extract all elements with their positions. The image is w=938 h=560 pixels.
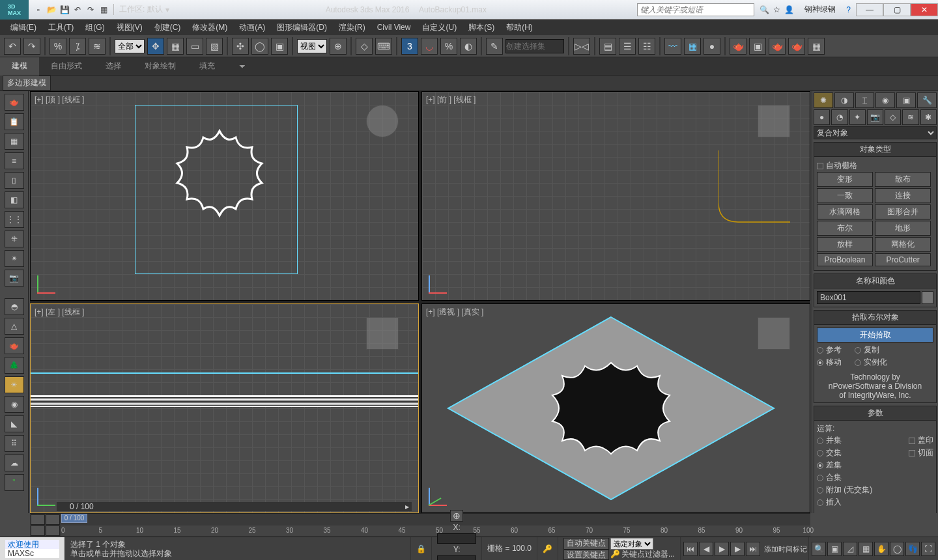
viewport-left[interactable]: [+] [左 ] [线框 ] 0 / 100 ▸ <box>30 303 419 513</box>
autokey-button[interactable]: 自动关键点 <box>563 538 609 550</box>
btn-terrain[interactable]: 地形 <box>875 221 931 236</box>
menu-anim[interactable]: 动画(A) <box>234 20 270 35</box>
menu-create[interactable]: 创建(C) <box>149 20 186 35</box>
lock-icon[interactable]: 🔒 <box>411 537 432 560</box>
lt-cloud-icon[interactable]: ☁ <box>5 455 24 471</box>
cp-display-icon[interactable]: ▣ <box>896 92 916 108</box>
comm-icon[interactable]: ☆ <box>773 5 780 14</box>
timeline[interactable]: 0 / 100 05101520253035404550556065707580… <box>61 514 810 537</box>
viewcube-icon[interactable] <box>758 105 790 137</box>
cp-hierarchy-icon[interactable]: ⌶ <box>855 92 875 108</box>
kbd-button[interactable]: ⌨ <box>375 38 392 55</box>
ribbon-toggle[interactable]: ⏷ <box>227 57 258 76</box>
keyfilter-button[interactable]: 关键点过滤器... <box>621 550 675 560</box>
undo-icon[interactable]: ↶ <box>72 4 83 16</box>
btn-blobmesh[interactable]: 水滴网格 <box>817 204 873 219</box>
addtime-label[interactable]: 添加时间标记 <box>764 544 807 553</box>
maxview-button[interactable]: ⛶ <box>921 542 935 556</box>
opt-inst[interactable]: 实例化 <box>855 356 887 369</box>
render-setup-button[interactable]: 🫖 <box>730 38 746 55</box>
op-merge[interactable]: 合集 <box>817 471 933 484</box>
btn-connect[interactable]: 连接 <box>875 188 931 203</box>
search-input[interactable] <box>637 3 754 16</box>
link-button[interactable]: % <box>50 38 66 55</box>
cpcat-shape-icon[interactable]: ◔ <box>831 109 847 125</box>
time-slider[interactable]: 0 / 100 <box>61 514 87 523</box>
menu-tools[interactable]: 工具(T) <box>43 20 79 35</box>
setkey-button[interactable]: 设置关键点 <box>563 550 609 560</box>
key-icon[interactable]: 🔑 <box>537 537 558 560</box>
render-iter-button[interactable]: 🫖 <box>788 38 805 55</box>
menu-modifiers[interactable]: 修改器(M) <box>187 20 233 35</box>
track-btn-4[interactable] <box>46 525 60 536</box>
op-imprint[interactable]: 盖印 <box>909 434 933 447</box>
lt-wall-icon[interactable]: ▯ <box>5 172 24 189</box>
menu-render[interactable]: 渲染(R) <box>334 20 371 35</box>
redo-button[interactable]: ↷ <box>23 38 40 55</box>
cp-motion-icon[interactable]: ◉ <box>875 92 895 108</box>
signin-icon[interactable]: 👤 <box>784 5 794 14</box>
close-button[interactable]: ✕ <box>911 3 938 16</box>
btn-shapemerge[interactable]: 图形合并 <box>875 204 931 219</box>
cpcat-cam-icon[interactable]: 📷 <box>867 109 883 125</box>
ribbon-tab-populate[interactable]: 填充 <box>188 57 227 76</box>
cpcat-sys-icon[interactable]: ✱ <box>920 109 937 125</box>
btn-mesher[interactable]: 网格化 <box>875 237 931 252</box>
app-logo[interactable]: 3DMAX <box>0 0 29 20</box>
ribbon-tab-objpaint[interactable]: 对象绘制 <box>133 57 188 76</box>
render-prod-button[interactable]: ▦ <box>808 38 825 55</box>
lt-sphere-icon[interactable]: ◓ <box>5 298 24 315</box>
viewport-front[interactable]: [+] [前 ] [线框 ] <box>421 91 810 301</box>
walk-button[interactable]: 👣 <box>905 542 920 556</box>
ribbon-tab-freeform[interactable]: 自由形式 <box>39 57 94 76</box>
track-btn-2[interactable] <box>46 514 60 525</box>
curve-editor-button[interactable]: 〰 <box>664 38 681 55</box>
lt-light-icon[interactable]: ☀ <box>5 376 24 393</box>
menu-grapheditor[interactable]: 图形编辑器(D) <box>272 20 332 35</box>
zoom-button[interactable]: 🔍 <box>812 542 826 556</box>
create-category-select[interactable]: 复合对象 <box>814 126 937 139</box>
keymode-select[interactable]: 选定对象 <box>610 538 653 550</box>
btn-scatter[interactable]: 散布 <box>875 172 931 187</box>
mirror-button[interactable]: ▷◁ <box>573 38 590 55</box>
viewport-persp[interactable]: [+] [透视 ] [真实 ] <box>421 303 810 513</box>
bind-button[interactable]: ≋ <box>89 38 106 55</box>
cpcat-space-icon[interactable]: ≋ <box>902 109 918 125</box>
menu-help[interactable]: 帮助(H) <box>501 20 538 35</box>
prev-frame-button[interactable]: ◀ <box>699 542 713 556</box>
op-cookie[interactable]: 切面 <box>909 447 933 459</box>
viewcube-icon[interactable] <box>366 105 399 137</box>
snap-button[interactable]: 3 <box>401 38 418 55</box>
menu-maxscript[interactable]: 脚本(S) <box>463 20 500 35</box>
zoom-ext-button[interactable]: ▦ <box>859 542 873 556</box>
object-name-input[interactable] <box>817 291 920 304</box>
menu-edit[interactable]: 编辑(E) <box>5 20 42 35</box>
next-frame-button[interactable]: ▶ <box>730 542 745 556</box>
op-attach[interactable]: 附加 (无交集) <box>817 484 933 496</box>
ribbon-panel-polymodel[interactable]: 多边形建模 <box>3 76 51 91</box>
cpcat-light-icon[interactable]: ✦ <box>849 109 866 125</box>
lt-stairs-icon[interactable]: ≡ <box>5 152 24 169</box>
viewcube-icon[interactable] <box>366 317 399 350</box>
btn-conform[interactable]: 一致 <box>817 188 873 203</box>
viewport-left-label[interactable]: [+] [左 ] [线框 ] <box>35 307 84 318</box>
pivot-button[interactable]: ⊕ <box>330 38 347 55</box>
viewport-persp-label[interactable]: [+] [透视 ] [真实 ] <box>426 307 483 318</box>
align-button[interactable]: ▤ <box>599 38 616 55</box>
welcome-label[interactable]: 欢迎使用 <box>5 540 59 549</box>
spinner-snap-button[interactable]: ◐ <box>460 38 477 55</box>
menu-group[interactable]: 组(G) <box>80 20 109 35</box>
lt-door-icon[interactable]: ◧ <box>5 191 24 208</box>
lt-railing-icon[interactable]: ⋮⋮ <box>5 211 24 228</box>
object-color-swatch[interactable] <box>922 291 933 304</box>
lt-omni-icon[interactable]: ◉ <box>5 396 24 413</box>
layers-button[interactable]: ☰ <box>619 38 636 55</box>
lt-teapot2-icon[interactable]: 🫖 <box>5 337 24 354</box>
orbit-button[interactable]: ◯ <box>890 542 904 556</box>
save-icon[interactable]: 💾 <box>59 4 70 16</box>
workspace-chooser[interactable]: 工作区: 默认▾ <box>113 4 175 15</box>
lt-array-icon[interactable]: ⁜ <box>5 231 24 247</box>
track-btn-1[interactable] <box>31 514 45 525</box>
cp-modify-icon[interactable]: ◑ <box>834 92 854 108</box>
coord-sys-icon[interactable]: ⊕ <box>450 510 463 522</box>
